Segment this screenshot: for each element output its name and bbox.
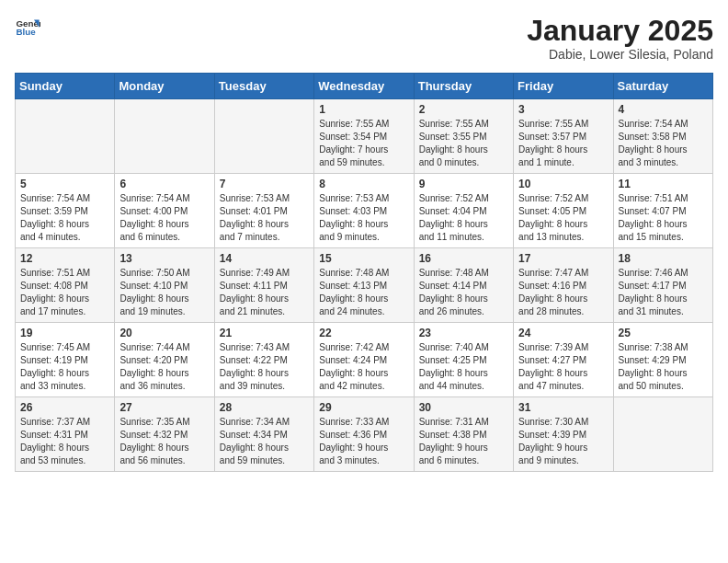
day-info: Sunrise: 7:39 AM Sunset: 4:27 PM Dayligh… xyxy=(518,341,608,393)
day-number: 1 xyxy=(319,103,408,116)
weekday-header-friday: Friday xyxy=(514,74,613,99)
day-cell: 22Sunrise: 7:42 AM Sunset: 4:24 PM Dayli… xyxy=(314,323,414,397)
day-number: 31 xyxy=(518,401,608,414)
day-cell: 21Sunrise: 7:43 AM Sunset: 4:22 PM Dayli… xyxy=(214,323,313,397)
day-cell: 17Sunrise: 7:47 AM Sunset: 4:16 PM Dayli… xyxy=(514,248,613,323)
logo: General Blue xyxy=(15,15,40,40)
day-cell: 31Sunrise: 7:30 AM Sunset: 4:39 PM Dayli… xyxy=(514,397,613,472)
weekday-header-thursday: Thursday xyxy=(414,74,513,99)
day-number: 22 xyxy=(319,327,408,339)
day-number: 16 xyxy=(419,252,508,265)
weekday-header-row: SundayMondayTuesdayWednesdayThursdayFrid… xyxy=(16,74,713,99)
day-info: Sunrise: 7:33 AM Sunset: 4:36 PM Dayligh… xyxy=(319,416,408,467)
day-info: Sunrise: 7:55 AM Sunset: 3:55 PM Dayligh… xyxy=(419,118,508,169)
day-cell: 1Sunrise: 7:55 AM Sunset: 3:54 PM Daylig… xyxy=(314,99,414,174)
title-section: January 2025 Dabie, Lower Silesia, Polan… xyxy=(527,15,713,62)
day-cell: 20Sunrise: 7:44 AM Sunset: 4:20 PM Dayli… xyxy=(115,323,214,397)
logo-icon: General Blue xyxy=(15,15,40,40)
day-info: Sunrise: 7:49 AM Sunset: 4:11 PM Dayligh… xyxy=(220,267,309,318)
day-cell: 10Sunrise: 7:52 AM Sunset: 4:05 PM Dayli… xyxy=(514,174,613,248)
day-number: 10 xyxy=(518,178,608,190)
day-cell: 6Sunrise: 7:54 AM Sunset: 4:00 PM Daylig… xyxy=(115,174,214,248)
day-number: 21 xyxy=(220,327,309,339)
day-info: Sunrise: 7:34 AM Sunset: 4:34 PM Dayligh… xyxy=(220,416,309,467)
day-number: 9 xyxy=(419,178,508,190)
day-cell: 29Sunrise: 7:33 AM Sunset: 4:36 PM Dayli… xyxy=(314,397,414,472)
day-number: 5 xyxy=(20,178,109,190)
day-info: Sunrise: 7:45 AM Sunset: 4:19 PM Dayligh… xyxy=(20,341,109,393)
day-info: Sunrise: 7:37 AM Sunset: 4:31 PM Dayligh… xyxy=(20,416,109,467)
day-info: Sunrise: 7:54 AM Sunset: 4:00 PM Dayligh… xyxy=(119,192,209,244)
day-cell xyxy=(613,397,712,472)
week-row-2: 5Sunrise: 7:54 AM Sunset: 3:59 PM Daylig… xyxy=(16,174,713,248)
day-number: 19 xyxy=(20,327,109,339)
day-cell: 13Sunrise: 7:50 AM Sunset: 4:10 PM Dayli… xyxy=(115,248,214,323)
day-number: 23 xyxy=(419,327,508,339)
day-number: 18 xyxy=(619,252,708,265)
day-number: 3 xyxy=(518,103,608,116)
day-cell: 12Sunrise: 7:51 AM Sunset: 4:08 PM Dayli… xyxy=(16,248,115,323)
weekday-header-wednesday: Wednesday xyxy=(314,74,414,99)
week-row-5: 26Sunrise: 7:37 AM Sunset: 4:31 PM Dayli… xyxy=(16,397,713,472)
day-number: 17 xyxy=(518,252,608,265)
day-number: 7 xyxy=(220,178,309,190)
day-info: Sunrise: 7:54 AM Sunset: 3:59 PM Dayligh… xyxy=(20,192,109,244)
week-row-4: 19Sunrise: 7:45 AM Sunset: 4:19 PM Dayli… xyxy=(16,323,713,397)
day-info: Sunrise: 7:50 AM Sunset: 4:10 PM Dayligh… xyxy=(119,267,209,318)
day-info: Sunrise: 7:38 AM Sunset: 4:29 PM Dayligh… xyxy=(619,341,708,393)
day-info: Sunrise: 7:30 AM Sunset: 4:39 PM Dayligh… xyxy=(518,416,608,467)
day-info: Sunrise: 7:35 AM Sunset: 4:32 PM Dayligh… xyxy=(119,416,209,467)
day-number: 26 xyxy=(20,401,109,414)
day-info: Sunrise: 7:46 AM Sunset: 4:17 PM Dayligh… xyxy=(619,267,708,318)
day-cell: 9Sunrise: 7:52 AM Sunset: 4:04 PM Daylig… xyxy=(414,174,513,248)
page-header: General Blue January 2025 Dabie, Lower S… xyxy=(15,15,713,62)
day-cell: 18Sunrise: 7:46 AM Sunset: 4:17 PM Dayli… xyxy=(613,248,712,323)
day-cell: 23Sunrise: 7:40 AM Sunset: 4:25 PM Dayli… xyxy=(414,323,513,397)
day-number: 28 xyxy=(220,401,309,414)
day-number: 6 xyxy=(119,178,209,190)
day-info: Sunrise: 7:55 AM Sunset: 3:54 PM Dayligh… xyxy=(319,118,408,169)
week-row-1: 1Sunrise: 7:55 AM Sunset: 3:54 PM Daylig… xyxy=(16,99,713,174)
day-info: Sunrise: 7:52 AM Sunset: 4:04 PM Dayligh… xyxy=(419,192,508,244)
day-cell: 4Sunrise: 7:54 AM Sunset: 3:58 PM Daylig… xyxy=(613,99,712,174)
day-number: 20 xyxy=(119,327,209,339)
day-info: Sunrise: 7:40 AM Sunset: 4:25 PM Dayligh… xyxy=(419,341,508,393)
weekday-header-sunday: Sunday xyxy=(16,74,115,99)
day-info: Sunrise: 7:55 AM Sunset: 3:57 PM Dayligh… xyxy=(518,118,608,169)
weekday-header-saturday: Saturday xyxy=(613,74,712,99)
svg-text:Blue: Blue xyxy=(16,27,36,37)
day-cell: 15Sunrise: 7:48 AM Sunset: 4:13 PM Dayli… xyxy=(314,248,414,323)
day-info: Sunrise: 7:42 AM Sunset: 4:24 PM Dayligh… xyxy=(319,341,408,393)
day-info: Sunrise: 7:54 AM Sunset: 3:58 PM Dayligh… xyxy=(619,118,708,169)
day-cell: 11Sunrise: 7:51 AM Sunset: 4:07 PM Dayli… xyxy=(613,174,712,248)
day-cell: 19Sunrise: 7:45 AM Sunset: 4:19 PM Dayli… xyxy=(16,323,115,397)
day-number: 30 xyxy=(419,401,508,414)
day-cell xyxy=(16,99,115,174)
day-info: Sunrise: 7:43 AM Sunset: 4:22 PM Dayligh… xyxy=(220,341,309,393)
day-info: Sunrise: 7:51 AM Sunset: 4:08 PM Dayligh… xyxy=(20,267,109,318)
day-cell xyxy=(214,99,313,174)
day-info: Sunrise: 7:53 AM Sunset: 4:03 PM Dayligh… xyxy=(319,192,408,244)
day-number: 11 xyxy=(619,178,708,190)
day-cell: 25Sunrise: 7:38 AM Sunset: 4:29 PM Dayli… xyxy=(613,323,712,397)
weekday-header-tuesday: Tuesday xyxy=(214,74,313,99)
day-cell: 3Sunrise: 7:55 AM Sunset: 3:57 PM Daylig… xyxy=(514,99,613,174)
day-info: Sunrise: 7:44 AM Sunset: 4:20 PM Dayligh… xyxy=(119,341,209,393)
day-info: Sunrise: 7:31 AM Sunset: 4:38 PM Dayligh… xyxy=(419,416,508,467)
calendar-table: SundayMondayTuesdayWednesdayThursdayFrid… xyxy=(15,73,713,472)
day-cell: 14Sunrise: 7:49 AM Sunset: 4:11 PM Dayli… xyxy=(214,248,313,323)
day-cell xyxy=(115,99,214,174)
day-info: Sunrise: 7:48 AM Sunset: 4:14 PM Dayligh… xyxy=(419,267,508,318)
month-title: January 2025 xyxy=(527,15,713,47)
week-row-3: 12Sunrise: 7:51 AM Sunset: 4:08 PM Dayli… xyxy=(16,248,713,323)
day-cell: 28Sunrise: 7:34 AM Sunset: 4:34 PM Dayli… xyxy=(214,397,313,472)
day-cell: 26Sunrise: 7:37 AM Sunset: 4:31 PM Dayli… xyxy=(16,397,115,472)
day-info: Sunrise: 7:47 AM Sunset: 4:16 PM Dayligh… xyxy=(518,267,608,318)
day-cell: 7Sunrise: 7:53 AM Sunset: 4:01 PM Daylig… xyxy=(214,174,313,248)
day-cell: 24Sunrise: 7:39 AM Sunset: 4:27 PM Dayli… xyxy=(514,323,613,397)
day-cell: 16Sunrise: 7:48 AM Sunset: 4:14 PM Dayli… xyxy=(414,248,513,323)
day-number: 14 xyxy=(220,252,309,265)
day-number: 29 xyxy=(319,401,408,414)
day-info: Sunrise: 7:52 AM Sunset: 4:05 PM Dayligh… xyxy=(518,192,608,244)
day-number: 4 xyxy=(619,103,708,116)
